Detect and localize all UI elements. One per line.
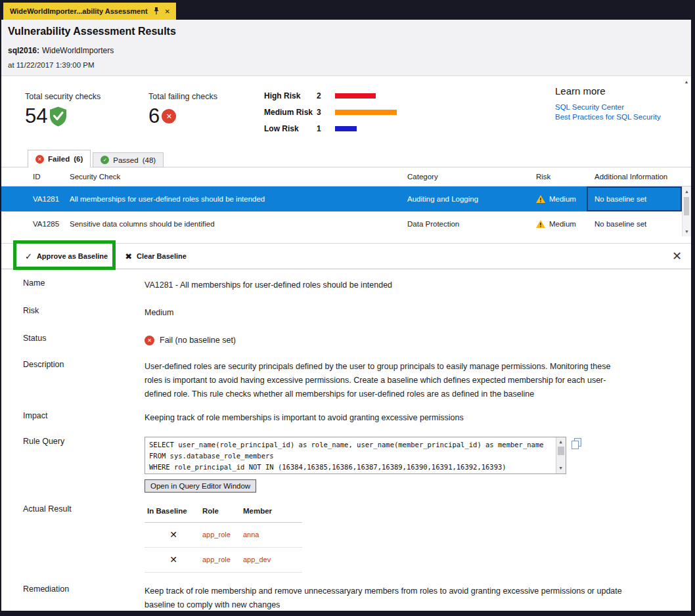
medium-risk-bar	[335, 110, 397, 115]
actual-result-table: In Baseline Role Member ✕ app_role anna …	[145, 504, 302, 573]
high-risk-bar	[335, 93, 376, 99]
detail-row-description: Description User-defined roles are secur…	[1, 360, 691, 401]
table-scrollbar[interactable]: ▲ ▼	[682, 187, 691, 236]
fail-status-icon: ✕	[145, 336, 154, 345]
detail-row-impact: Impact Keeping track of role memberships…	[1, 411, 691, 425]
link-best-practices[interactable]: Best Practices for SQL Security	[555, 113, 661, 121]
server-line: sql2016:WideWorldImporters	[8, 46, 691, 55]
high-risk-label: High Risk	[264, 91, 317, 100]
name-value: VA1281 - All memberships for user-define…	[145, 278, 392, 292]
risk-value: Medium	[145, 306, 173, 320]
risk-row-medium: Medium Risk 3	[264, 107, 397, 118]
details-panel: Name VA1281 - All memberships for user-d…	[1, 269, 691, 611]
pane-scroll-up-icon[interactable]: ▲	[682, 77, 691, 87]
warning-icon	[536, 220, 545, 228]
name-label: Name	[1, 278, 145, 292]
results-table-header: ID Security Check Category Risk Addition…	[1, 167, 691, 187]
query-scroll-thumb[interactable]	[558, 447, 564, 455]
role-value: app_role	[202, 528, 243, 542]
description-value: User-defined roles are security principa…	[145, 360, 629, 401]
risk-row-low: Low Risk 1	[264, 123, 397, 134]
clear-baseline-button[interactable]: ✖ Clear Baseline	[125, 252, 187, 261]
remediation-value: Keep track of role membership and remove…	[145, 584, 629, 611]
cell-id: VA1281	[1, 187, 70, 211]
query-scroll-down-icon[interactable]: ▼	[556, 464, 565, 473]
scroll-down-icon[interactable]: ▼	[683, 227, 691, 236]
cell-risk: Medium	[536, 211, 587, 236]
document-tab-title: WideWorldImporter...ability Assessment	[10, 7, 148, 15]
warning-icon	[536, 195, 545, 203]
detail-row-rule-query: Rule Query SELECT user_name(role_princip…	[1, 437, 691, 493]
medium-risk-label: Medium Risk	[264, 108, 317, 117]
document-tab[interactable]: WideWorldImporter...ability Assessment ✕	[3, 3, 176, 20]
risk-legend: High Risk 2 Medium Risk 3 Low Risk 1	[264, 91, 397, 134]
copy-icon[interactable]	[572, 438, 581, 454]
table-row-va1281[interactable]: VA1281 All memberships for user-defined …	[1, 187, 691, 211]
window-titlebar: WideWorldImporter...ability Assessment ✕	[0, 0, 695, 20]
results-tabs: ✕ Failed (6) ✓ Passed (48)	[28, 150, 166, 167]
member-value: app_dev	[243, 553, 301, 567]
cell-id: VA1285	[1, 211, 70, 236]
not-in-baseline-icon: ✕	[145, 528, 202, 542]
server-name: sql2016:	[8, 46, 39, 55]
approve-baseline-button[interactable]: ✓ Approve as Baseline	[25, 252, 108, 261]
status-value: Fail (no baseline set)	[160, 334, 236, 347]
medium-risk-count: 3	[317, 108, 335, 117]
query-scrollbar[interactable]: ▲ ▼	[556, 437, 566, 473]
rule-query-code[interactable]: SELECT user_name(role_principal_id) as r…	[145, 437, 566, 474]
learn-more-title: Learn more	[555, 85, 661, 97]
tab-failed-count: (6)	[74, 155, 83, 163]
tab-passed-count: (48)	[143, 156, 156, 164]
col-security-check: Security Check	[70, 167, 407, 186]
rule-query-label: Rule Query	[1, 437, 145, 493]
clear-x-icon: ✖	[125, 252, 132, 261]
total-checks-stat: Total security checks 54	[25, 92, 101, 127]
query-scroll-up-icon[interactable]: ▲	[556, 438, 565, 447]
results-pane: Total security checks 54 Total failing c…	[1, 76, 691, 611]
page-header: Vulnerability Assessment Results sql2016…	[1, 20, 691, 76]
pass-icon: ✓	[101, 156, 109, 164]
scroll-thumb[interactable]	[684, 197, 689, 215]
detail-row-risk: Risk Medium	[1, 306, 691, 320]
query-line: SELECT user_name(role_principal_id) as r…	[149, 439, 552, 451]
ssms-window: WideWorldImporter...ability Assessment ✕…	[0, 0, 695, 616]
tab-close-icon[interactable]: ✕	[165, 8, 170, 15]
query-line: WHERE role_principal_id NOT IN (16384,16…	[149, 462, 552, 473]
role-value: app_role	[202, 553, 243, 567]
ar-col-role: Role	[202, 504, 243, 518]
ar-col-member: Member	[243, 504, 301, 518]
link-sql-security-center[interactable]: SQL Security Center	[555, 103, 661, 111]
col-additional-information: Additional Information	[587, 167, 682, 186]
col-id: ID	[1, 167, 70, 186]
fail-badge-icon: ✕	[162, 109, 176, 123]
failing-checks-label: Total failing checks	[148, 92, 217, 101]
total-checks-value: 54	[25, 106, 47, 127]
tab-passed-label: Passed	[113, 156, 138, 164]
page-title: Vulnerability Assessment Results	[8, 26, 691, 37]
learn-more-section: Learn more SQL Security Center Best Prac…	[555, 85, 661, 123]
risk-label: Risk	[1, 306, 145, 320]
check-icon: ✓	[25, 252, 32, 261]
close-details-icon[interactable]: ✕	[672, 249, 682, 263]
cell-category: Data Protection	[407, 211, 536, 236]
results-table: ID Security Check Category Risk Addition…	[1, 167, 691, 236]
scroll-up-icon[interactable]: ▲	[683, 187, 691, 196]
low-risk-count: 1	[317, 124, 335, 133]
cell-additional-info: No baseline set	[587, 211, 682, 236]
fail-icon: ✕	[35, 155, 44, 164]
detail-row-status: Status ✕ Fail (no baseline set)	[1, 334, 691, 347]
database-name: WideWorldImporters	[42, 46, 114, 55]
col-category: Category	[407, 167, 536, 186]
low-risk-label: Low Risk	[264, 124, 317, 133]
risk-row-high: High Risk 2	[264, 91, 397, 101]
open-query-editor-button[interactable]: Open in Query Editor Window	[145, 479, 256, 493]
cell-risk: Medium	[536, 187, 587, 211]
col-risk: Risk	[536, 167, 587, 186]
shield-check-icon	[49, 106, 67, 127]
tab-passed[interactable]: ✓ Passed (48)	[93, 152, 164, 167]
tab-failed[interactable]: ✕ Failed (6)	[28, 150, 91, 167]
actual-result-row: ✕ app_role anna	[145, 523, 302, 548]
pin-icon[interactable]	[153, 7, 160, 15]
query-line: FROM sys.database_role_members	[149, 451, 552, 462]
table-row-va1285[interactable]: VA1285 Sensitive data columns should be …	[1, 211, 691, 236]
